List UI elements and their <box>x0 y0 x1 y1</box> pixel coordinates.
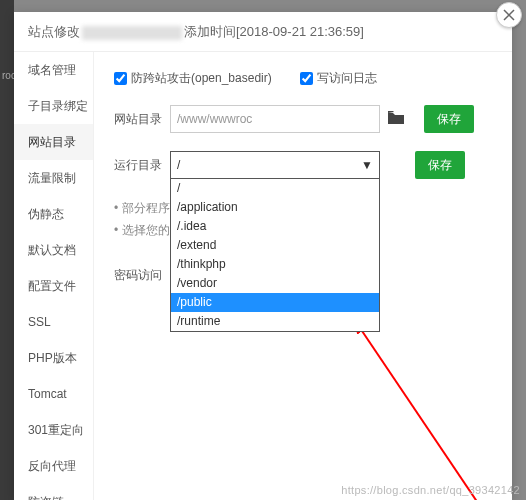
site-dir-label: 网站目录 <box>114 111 170 128</box>
dropdown-option[interactable]: /application <box>171 198 379 217</box>
content-panel: 防跨站攻击(open_basedir) 写访问日志 网站目录 保存 运行目录 /… <box>94 52 512 500</box>
dropdown-option[interactable]: /extend <box>171 236 379 255</box>
password-label: 密码访问 <box>114 267 170 284</box>
sidebar-item-3[interactable]: 流量限制 <box>14 160 93 196</box>
header-prefix: 站点修改 <box>28 24 80 39</box>
note-line2: 选择您的 <box>122 223 170 237</box>
sidebar-item-10[interactable]: 301重定向 <box>14 412 93 448</box>
sidebar-item-12[interactable]: 防盗链 <box>14 484 93 500</box>
header-timestamp: [2018-09-21 21:36:59] <box>236 24 364 39</box>
chevron-down-icon: ▼ <box>361 152 373 178</box>
run-dir-dropdown: //application/.idea/extend/thinkphp/vend… <box>170 179 380 332</box>
dropdown-option[interactable]: /vendor <box>171 274 379 293</box>
header-suffix-label: 添加时间 <box>184 24 236 39</box>
sidebar-item-5[interactable]: 默认文档 <box>14 232 93 268</box>
dropdown-option[interactable]: /runtime <box>171 312 379 331</box>
dropdown-option[interactable]: /thinkphp <box>171 255 379 274</box>
sidebar-item-2[interactable]: 网站目录 <box>14 124 93 160</box>
run-dir-select[interactable]: / ▼ <box>170 151 380 179</box>
dropdown-option[interactable]: / <box>171 179 379 198</box>
run-dir-label: 运行目录 <box>114 157 170 174</box>
sidebar-item-0[interactable]: 域名管理 <box>14 52 93 88</box>
site-dir-input[interactable] <box>170 105 380 133</box>
site-settings-modal: 站点修改添加时间[2018-09-21 21:36:59] 域名管理子目录绑定网… <box>14 12 512 500</box>
header-blur <box>82 26 182 40</box>
dropdown-option[interactable]: /public <box>171 293 379 312</box>
sidebar-item-6[interactable]: 配置文件 <box>14 268 93 304</box>
site-dir-save-button[interactable]: 保存 <box>424 105 474 133</box>
sidebar-item-4[interactable]: 伪静态 <box>14 196 93 232</box>
sidebar-item-11[interactable]: 反向代理 <box>14 448 93 484</box>
svg-line-0 <box>360 328 484 500</box>
annotation-arrow <box>354 322 494 500</box>
open-basedir-checkbox[interactable] <box>114 72 127 85</box>
access-log-label: 写访问日志 <box>317 70 377 87</box>
folder-icon[interactable] <box>388 111 404 127</box>
open-basedir-label: 防跨站攻击(open_basedir) <box>131 70 272 87</box>
run-dir-save-button[interactable]: 保存 <box>415 151 465 179</box>
access-log-checkbox[interactable] <box>300 72 313 85</box>
run-dir-selected-value: / <box>177 152 180 178</box>
dropdown-option[interactable]: /.idea <box>171 217 379 236</box>
watermark: https://blog.csdn.net/qq_39342142 <box>341 484 520 496</box>
modal-header: 站点修改添加时间[2018-09-21 21:36:59] <box>14 12 512 52</box>
sidebar-item-9[interactable]: Tomcat <box>14 376 93 412</box>
note-line1-prefix: 部分程序 <box>122 201 170 215</box>
sidebar-item-7[interactable]: SSL <box>14 304 93 340</box>
sidebar-item-1[interactable]: 子目录绑定 <box>14 88 93 124</box>
sidebar-item-8[interactable]: PHP版本 <box>14 340 93 376</box>
sidebar: 域名管理子目录绑定网站目录流量限制伪静态默认文档配置文件SSLPHP版本Tomc… <box>14 52 94 500</box>
